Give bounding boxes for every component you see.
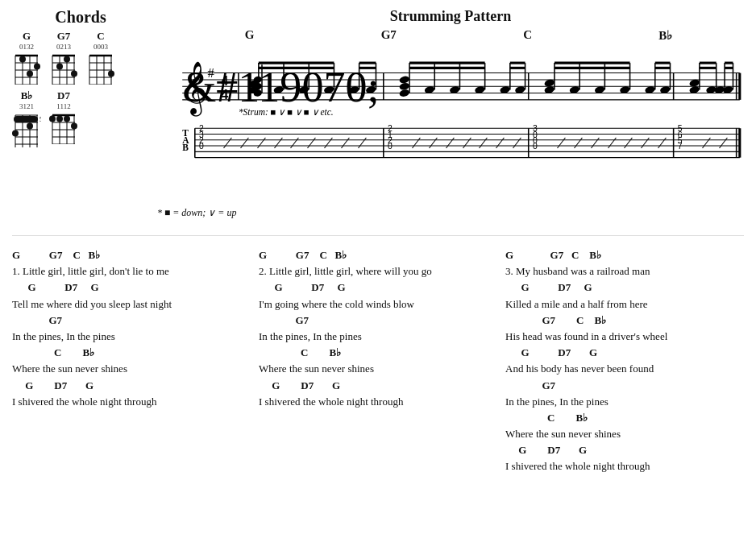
svg-point-99: [399, 75, 410, 84]
chords-title: Chords: [12, 8, 149, 27]
chord-diagram-C: [86, 51, 115, 85]
svg-text:╱: ╱: [657, 136, 666, 149]
svg-point-57: [56, 116, 63, 122]
verse1-lyric-2: Tell me where did you sleep last night: [12, 297, 251, 312]
verse1-chord-2: G D7 G: [12, 280, 251, 295]
verse-1: G G7 C B♭ 1. Little girl, little girl, d…: [12, 248, 251, 476]
verse-3: G G7 C B♭ 3. My husband was a railroad m…: [505, 248, 744, 476]
svg-point-44: [12, 130, 19, 137]
verse3-lyric-2: Killed a mile and a half from here: [505, 297, 744, 312]
svg-text:╱: ╱: [462, 136, 471, 149]
verse1-lyric-5: I shivered the whole night through: [12, 395, 251, 409]
svg-text:╱: ╱: [702, 136, 711, 149]
chord-diagram-G7: [49, 51, 78, 85]
svg-point-11: [34, 64, 40, 70]
svg-text:B: B: [182, 143, 189, 152]
measure3-beats: [544, 63, 671, 94]
svg-point-9: [19, 56, 26, 63]
verse-2: G G7 C B♭ 2. Little girl, little girl, w…: [259, 248, 497, 476]
svg-text:╱: ╱: [239, 136, 248, 149]
notation-area: &#119070; 𝄞 # 4 4: [157, 43, 744, 204]
verse2-chord-3: G7: [259, 313, 497, 328]
svg-text:╱: ╱: [496, 136, 505, 149]
svg-point-98: [399, 82, 410, 91]
verse3-chord-7: G D7 G: [505, 443, 744, 458]
chord-D7: D7 1112: [49, 89, 78, 152]
svg-text:╱: ╱: [273, 136, 282, 149]
svg-text:0: 0: [533, 142, 538, 151]
svg-text:╱: ╱: [307, 136, 316, 149]
svg-point-21: [56, 64, 63, 70]
strumming-panel: Strumming Pattern G G7 C B♭ &#119070; 𝄞: [157, 8, 744, 219]
staff-chord-G7: G7: [381, 28, 397, 43]
svg-text:╱: ╱: [290, 136, 299, 149]
verse3-chord-4: G D7 G: [505, 346, 744, 360]
svg-text:#: #: [207, 65, 214, 81]
verse3-chord-1: G G7 C B♭: [505, 248, 744, 263]
verse2-lyric-5: I shivered the whole night through: [259, 395, 497, 409]
verse2-lyric-3: In the pines, In the pines: [259, 329, 497, 344]
verse3-chord-2: G D7 G: [505, 280, 744, 295]
verse1-lyric-3: In the pines, In the pines: [12, 329, 251, 344]
chords-panel: Chords G 0132: [12, 8, 149, 152]
svg-point-58: [64, 116, 70, 122]
verse3-lyric-4: And his body has never been found: [505, 362, 744, 376]
svg-text:0: 0: [388, 142, 393, 151]
verse3-lyric-6: Where the sun never shines: [505, 427, 744, 441]
chord-diagram-Bb: 5 fr.: [12, 110, 41, 152]
svg-text:*Strum: ■  ∨  ■  ∨  ■  ∨   etc: *Strum: ■ ∨ ■ ∨ ■ ∨ etc.: [239, 107, 334, 117]
verse1-lyric-1: 1. Little girl, little girl, don't lie t…: [12, 264, 251, 279]
verse1-chord-3: G7: [12, 313, 251, 328]
svg-text:╱: ╱: [573, 136, 582, 149]
verse2-lyric-1: 2. Little girl, little girl, where will …: [259, 264, 497, 279]
verse3-lyric-5: In the pines, In the pines: [505, 395, 744, 409]
chord-grid: G 0132: [12, 30, 149, 152]
svg-point-23: [71, 71, 77, 77]
svg-point-33: [108, 71, 114, 77]
verse2-lyric-4: Where the sun never shines: [259, 362, 497, 376]
measure2-beats: [399, 63, 526, 97]
chord-diagram-G: [12, 51, 41, 85]
svg-point-59: [71, 123, 77, 130]
svg-text:𝄞: 𝄞: [181, 61, 208, 117]
strumming-title: Strumming Pattern: [157, 8, 744, 25]
top-section: Chords G 0132: [12, 8, 744, 219]
svg-text:╱: ╱: [223, 136, 232, 149]
verse1-lyric-4: Where the sun never shines: [12, 362, 251, 376]
svg-text:╱: ╱: [512, 136, 521, 149]
svg-text:╱: ╱: [340, 136, 349, 149]
verse3-lyric-1: 3. My husband was a railroad man: [505, 264, 744, 279]
chord-Bb: B♭ 3121: [12, 89, 41, 152]
svg-text:╱: ╱: [641, 136, 650, 149]
svg-text:╱: ╱: [624, 136, 633, 149]
chord-diagram-D7: [49, 110, 78, 144]
svg-rect-43: [14, 116, 38, 122]
svg-point-45: [27, 123, 33, 130]
svg-text:4: 4: [221, 87, 229, 102]
verse2-chord-5: G D7 G: [259, 379, 497, 393]
staff-chord-G: G: [245, 28, 255, 43]
staff-chord-Bb: B♭: [658, 28, 672, 43]
verse1-chord-4: C B♭: [12, 346, 251, 360]
verse3-chord-6: C B♭: [505, 411, 744, 425]
staff-chord-C: C: [523, 28, 532, 43]
verse2-chord-4: C B♭: [259, 346, 497, 360]
staff-chord-labels: G G7 C B♭: [157, 28, 744, 43]
verse3-lyric-7: I shivered the whole night through: [505, 459, 744, 474]
svg-text:╱: ╱: [590, 136, 599, 149]
strum-key: * ■ = down; ∨ = up: [157, 207, 744, 219]
verse2-chord-2: G D7 G: [259, 280, 497, 295]
svg-text:╱: ╱: [428, 136, 437, 149]
chord-G7: G7 0213: [49, 30, 78, 85]
svg-text:╱: ╱: [718, 136, 727, 149]
svg-text:╱: ╱: [357, 136, 366, 149]
verse3-chord-3: G7 C B♭: [505, 313, 744, 328]
lyrics-section: G G7 C B♭ 1. Little girl, little girl, d…: [12, 235, 744, 476]
svg-text:╱: ╱: [607, 136, 616, 149]
verse3-lyric-3: His head was found in a driver's wheel: [505, 329, 744, 344]
staff-svg: &#119070; 𝄞 # 4 4: [157, 43, 744, 204]
verse1-chord-1: G G7 C B♭: [12, 248, 251, 263]
svg-text:╱: ╱: [412, 136, 421, 149]
svg-text:0: 0: [199, 142, 204, 151]
svg-point-56: [49, 116, 56, 122]
